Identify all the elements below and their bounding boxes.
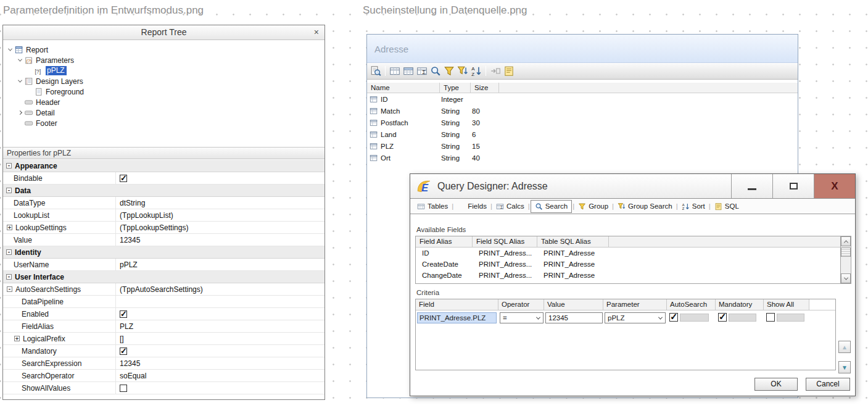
table-icon[interactable] <box>389 65 400 77</box>
table-header-icon[interactable] <box>403 65 414 77</box>
tree-item-footer[interactable]: Footer <box>3 118 324 128</box>
magnifier-icon[interactable] <box>430 65 441 77</box>
property-value-cell[interactable]: 12345 <box>116 234 324 246</box>
property-row-mandatory[interactable]: Mandatory <box>3 345 324 357</box>
funnel-sort-icon[interactable] <box>457 65 468 77</box>
criteria-column-operator[interactable]: Operator <box>498 299 544 310</box>
property-value-cell[interactable] <box>116 296 324 307</box>
collapse-box-icon[interactable]: - <box>6 249 12 255</box>
notes-icon[interactable] <box>503 65 515 77</box>
autosearch-checkbox[interactable] <box>669 313 678 322</box>
property-value-cell[interactable] <box>116 172 324 184</box>
property-value-cell[interactable]: PLZ <box>116 320 324 332</box>
tab-group[interactable]: Group <box>575 201 611 212</box>
property-row-logicalprefix[interactable]: +LogicalPrefix[] <box>3 333 324 345</box>
funnel-icon[interactable] <box>444 65 455 77</box>
checkbox-mandatory[interactable] <box>120 348 127 355</box>
checkbox-bindable[interactable] <box>120 175 127 182</box>
collapse-arrow-icon[interactable] <box>15 80 25 83</box>
scrollbar[interactable] <box>840 236 851 283</box>
property-value-cell[interactable]: [] <box>116 333 324 344</box>
minimize-button[interactable] <box>731 174 772 198</box>
column-header-size[interactable]: Size <box>471 83 499 93</box>
column-header-name[interactable]: Name <box>367 83 440 93</box>
criteria-column-mandatory[interactable]: Mandatory <box>716 299 764 310</box>
af-row-changedate[interactable]: ChangeDatePRINT_Adress...PRINT_Adresse <box>416 270 840 281</box>
field-row-plz[interactable]: PLZString15 <box>367 140 798 152</box>
column-header-type[interactable]: Type <box>440 83 471 93</box>
property-row-searchoperator[interactable]: SearchOperatorsoEqual <box>3 370 324 382</box>
property-value-cell[interactable]: (TppLookupList) <box>116 209 324 221</box>
collapse-box-icon[interactable]: - <box>7 286 12 292</box>
value-input[interactable] <box>545 312 603 323</box>
close-button[interactable]: X <box>814 174 855 198</box>
sort-az-icon[interactable]: AZ <box>471 65 482 77</box>
property-row-autosearchsettings[interactable]: -AutoSearchSettings(TppAutoSearchSetting… <box>3 283 324 296</box>
collapse-box-icon[interactable]: - <box>6 163 12 169</box>
tab-tables[interactable]: Tables <box>414 201 451 212</box>
af-column-field-alias[interactable]: Field Alias <box>416 236 473 248</box>
af-column-table-sql-alias[interactable]: Table SQL Alias <box>537 236 609 248</box>
property-value-cell[interactable]: (TppAutoSearchSettings) <box>116 283 324 295</box>
property-value-cell[interactable]: (TppLookupSettings) <box>116 222 324 233</box>
property-section-identity[interactable]: -Identity <box>3 246 324 259</box>
property-row-datatype[interactable]: DataTypedtString <box>3 197 324 209</box>
tab-search[interactable]: Search <box>531 200 572 213</box>
collapse-arrow-icon[interactable] <box>15 59 25 62</box>
expand-box-icon[interactable]: + <box>7 225 12 230</box>
tab-fields[interactable]: Fields <box>454 201 490 212</box>
field-row-id[interactable]: IDInteger <box>367 93 798 105</box>
property-section-appearance[interactable]: -Appearance <box>3 160 324 172</box>
property-row-fieldalias[interactable]: FieldAliasPLZ <box>3 320 324 333</box>
checkbox-enabled[interactable] <box>120 310 127 318</box>
tab-calcs[interactable]: ΣCalcs <box>493 201 527 212</box>
property-row-datapipeline[interactable]: DataPipeline <box>3 296 324 308</box>
collapse-arrow-icon[interactable] <box>6 48 15 51</box>
criteria-column-autosearch[interactable]: AutoSearch <box>667 299 716 310</box>
criteria-column-parameter[interactable]: Parameter <box>603 299 667 310</box>
property-value-cell[interactable] <box>116 308 324 320</box>
maximize-button[interactable] <box>772 174 814 198</box>
property-row-value[interactable]: Value12345 <box>3 234 324 246</box>
af-row-id[interactable]: IDPRINT_Adress...PRINT_Adresse <box>416 248 840 259</box>
property-row-showallvalues[interactable]: ShowAllValues <box>3 382 324 394</box>
criteria-field-cell[interactable]: PRINT_Adresse.PLZ <box>417 312 497 323</box>
field-row-ort[interactable]: OrtString40 <box>367 152 798 164</box>
tree-item-report[interactable]: Report <box>3 44 324 55</box>
criteria-column-field[interactable]: Field <box>416 299 498 310</box>
tree-item-design-layers[interactable]: Design Layers <box>3 76 324 86</box>
tree-item-foreground[interactable]: Foreground <box>3 86 324 97</box>
property-row-enabled[interactable]: Enabled <box>3 308 324 320</box>
scroll-down-button[interactable] <box>841 273 851 283</box>
table-sum-icon[interactable]: Σ <box>416 65 428 77</box>
move-up-button[interactable]: ▲ <box>838 341 851 353</box>
field-row-land[interactable]: LandString6 <box>367 128 798 140</box>
insert-disabled-icon[interactable] <box>490 65 501 77</box>
af-row-createdate[interactable]: CreateDatePRINT_Adress...PRINT_Adresse <box>416 259 840 270</box>
operator-select[interactable]: = <box>500 312 544 323</box>
property-row-lookuplist[interactable]: LookupList(TppLookupList) <box>3 209 324 222</box>
af-column-field-sql-alias[interactable]: Field SQL Alias <box>473 236 537 248</box>
tree-item-parameters[interactable]: (?)Parameters <box>3 55 324 65</box>
criteria-column-show-all[interactable]: Show All <box>764 299 809 310</box>
tree-item-detail[interactable]: Detail <box>3 107 324 118</box>
criteria-column-value[interactable]: Value <box>544 299 603 310</box>
scroll-up-button[interactable] <box>841 236 851 246</box>
property-row-bindable[interactable]: Bindable <box>3 172 324 185</box>
mandatory-checkbox[interactable] <box>718 313 727 322</box>
property-value-cell[interactable] <box>116 345 324 357</box>
tab-group-search[interactable]: Group Search <box>614 201 676 212</box>
collapse-box-icon[interactable]: - <box>6 274 12 280</box>
close-icon[interactable]: × <box>314 25 319 40</box>
preview-icon[interactable] <box>370 65 381 77</box>
property-section-data[interactable]: -Data <box>3 185 324 197</box>
property-value-cell[interactable]: dtString <box>116 197 324 209</box>
expand-arrow-icon[interactable] <box>15 111 25 114</box>
checkbox-showallvalues[interactable] <box>120 385 127 392</box>
property-value-cell[interactable]: 12345 <box>116 357 324 369</box>
expand-box-icon[interactable]: + <box>14 336 20 341</box>
tab-sort[interactable]: AZSort <box>679 201 708 212</box>
ok-button[interactable]: OK <box>754 378 798 391</box>
property-row-searchexpression[interactable]: SearchExpression12345 <box>3 357 324 370</box>
property-row-username[interactable]: UserNamepPLZ <box>3 259 324 271</box>
